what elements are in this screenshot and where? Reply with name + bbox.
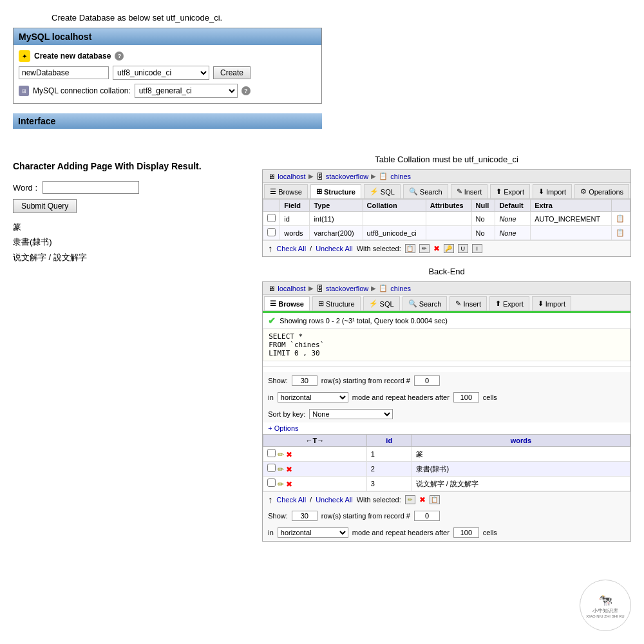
start-val-input-2[interactable] [414, 511, 440, 521]
tab-sql-2[interactable]: ⚡SQL [363, 296, 400, 310]
bc2-localhost-link[interactable]: localhost [278, 285, 305, 292]
create-db-label: Create new database [34, 52, 111, 61]
check-all-link[interactable]: Check All [276, 245, 306, 252]
bc2-db-link[interactable]: stackoverflow [326, 285, 369, 292]
headers-val-input-2[interactable] [453, 527, 479, 538]
mode-bar-2: in horizontal mode and repeat headers af… [263, 524, 630, 541]
delete-icon-3[interactable]: ✖ [286, 480, 292, 489]
collation-select[interactable]: utf8_unicode_ci [113, 66, 209, 80]
tab-import-1[interactable]: ⬇Import [533, 184, 572, 198]
row-checkbox-1[interactable] [267, 214, 276, 222]
data-words-1: 篆 [412, 447, 630, 462]
submit-query-button[interactable]: Submit Query [13, 199, 77, 213]
actions-words: 📋 [611, 226, 630, 240]
copy-icon[interactable]: 📋 [405, 244, 415, 253]
tab-import-2[interactable]: ⬇Import [532, 296, 571, 310]
bc-db-link[interactable]: stackoverflow [326, 173, 369, 180]
starting-label-1: row(s) starting from record # [321, 377, 410, 384]
options-link[interactable]: + Options [263, 422, 630, 434]
word-input[interactable] [43, 181, 139, 194]
delete-icon-1[interactable]: ✖ [286, 450, 292, 459]
table-row: id int(11) No None AUTO_INCREMENT 📋 [263, 212, 630, 226]
tab-insert-1[interactable]: ✎Insert [451, 184, 488, 198]
tab-insert-2[interactable]: ✎Insert [450, 296, 487, 310]
edit-icon[interactable]: ✏ [419, 244, 430, 253]
cells-label-2: cells [483, 529, 497, 536]
collation-icon: ⊞ [19, 86, 29, 96]
sort-select[interactable]: None [309, 409, 393, 419]
data-row-1: ✏ ✖ 1 篆 [263, 447, 630, 462]
data-id-3: 3 [366, 477, 412, 491]
tab-export-2[interactable]: ⬆Export [489, 296, 529, 310]
mysql-panel: MySQL localhost ✦ Create new database ? … [13, 28, 322, 104]
data-checkbox-3[interactable] [267, 478, 276, 487]
row-actions-1: ✏ ✖ [263, 447, 366, 462]
show-label-2: Show: [268, 512, 288, 520]
with-selected-text: With selected: [357, 245, 401, 252]
browse-tabs: ☰Browse ⊞Structure ⚡SQL 🔍Search ✎Insert … [263, 295, 630, 311]
result-line-3: 说文解字 / 說文解字 [13, 250, 249, 265]
type-words: varchar(200) [310, 226, 363, 240]
tab-browse-2[interactable]: ☰Browse [264, 296, 310, 310]
db-icon-1: 🗄 [316, 173, 323, 180]
delete-icon-2[interactable]: ✖ [286, 465, 292, 474]
data-footer-export-icon[interactable]: 📋 [430, 495, 440, 504]
data-check-all-link[interactable]: Check All [276, 496, 306, 504]
tab-operations-1[interactable]: ⚙Operations [574, 184, 629, 198]
row-checkbox-2[interactable] [267, 228, 276, 236]
bc-localhost-link[interactable]: localhost [278, 173, 305, 180]
interface-header: Interface [13, 113, 322, 129]
bc-table-link[interactable]: chines [390, 173, 411, 180]
rows-count-input-2[interactable] [292, 511, 317, 521]
collation-label: MySQL connection collation: [33, 86, 131, 95]
starting-label-2: row(s) starting from record # [321, 512, 410, 520]
th-default: Default [495, 200, 531, 212]
tab-search-1[interactable]: 🔍Search [403, 184, 448, 198]
top-description: Create Database as below set utf_unicode… [13, 6, 631, 28]
tab-export-1[interactable]: ⬆Export [490, 184, 530, 198]
tab-sql-1[interactable]: ⚡SQL [364, 184, 401, 198]
data-checkbox-1[interactable] [267, 449, 276, 457]
data-row-2: ✏ ✖ 2 隶書(隸书) [263, 462, 630, 477]
data-checkbox-2[interactable] [267, 464, 276, 472]
data-footer-edit-icon[interactable]: ✏ [405, 495, 415, 504]
sql-query-display: SELECT * FROM `chines` LIMIT 0 , 30 [263, 328, 630, 361]
mode-select-2[interactable]: horizontal [278, 527, 348, 538]
tab-structure-1[interactable]: ⊞Structure [310, 184, 361, 198]
footer-sep: / [310, 245, 312, 252]
primary-icon[interactable]: 🔑 [444, 244, 454, 253]
mode-bar: in horizontal mode and repeat headers af… [263, 389, 630, 406]
start-val-input-1[interactable] [414, 375, 440, 386]
show-bar-1: Show: row(s) starting from record # [263, 372, 630, 389]
tab-structure-2[interactable]: ⊞Structure [312, 296, 361, 310]
data-id-1: 1 [366, 447, 412, 462]
index-icon[interactable]: I [472, 244, 482, 253]
delete-icon[interactable]: ✖ [433, 244, 440, 253]
structure-panel: 🖥 localhost ▶ 🗄 stackoverflow ▶ 📋 chines… [262, 169, 631, 257]
th-checkbox [263, 200, 280, 212]
bc2-table-link[interactable]: chines [390, 285, 411, 292]
data-footer-delete-icon[interactable]: ✖ [419, 495, 426, 504]
data-uncheck-all-link[interactable]: Uncheck All [316, 496, 352, 504]
null-id: No [471, 212, 495, 226]
create-database-button[interactable]: Create [213, 66, 251, 79]
rows-count-input-1[interactable] [292, 375, 317, 386]
mode-select[interactable]: horizontal [278, 392, 348, 402]
collation-help-icon[interactable]: ? [242, 86, 251, 95]
actions-id: 📋 [611, 212, 630, 226]
tab-browse-1[interactable]: ☰Browse [264, 184, 308, 198]
database-name-input[interactable] [19, 66, 109, 79]
edit-icon-1[interactable]: ✏ [278, 450, 284, 459]
tab-search-2[interactable]: 🔍Search [402, 296, 448, 310]
uncheck-all-link[interactable]: Uncheck All [316, 245, 352, 252]
connection-collation-select[interactable]: utf8_general_ci [135, 84, 238, 98]
help-icon[interactable]: ? [115, 52, 124, 61]
edit-icon-3[interactable]: ✏ [278, 480, 284, 489]
th-extra: Extra [531, 200, 611, 212]
headers-val-input[interactable] [453, 392, 479, 402]
edit-icon-2[interactable]: ✏ [278, 465, 284, 474]
dth-words[interactable]: words [412, 435, 630, 447]
unique-icon[interactable]: U [458, 244, 468, 253]
dth-id[interactable]: id [366, 435, 412, 447]
th-actions [611, 200, 630, 212]
